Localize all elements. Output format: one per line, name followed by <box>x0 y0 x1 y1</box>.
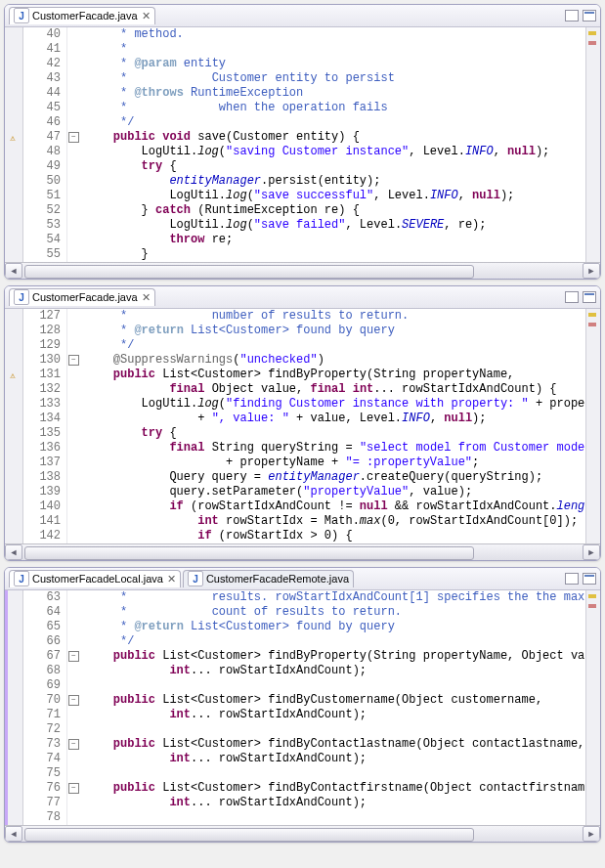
code-line[interactable]: + ", value: " + value, Level.INFO, null)… <box>85 412 585 426</box>
code-line[interactable]: public List<Customer> findByProperty(Str… <box>85 368 585 382</box>
scroll-track[interactable] <box>22 545 583 559</box>
code-line[interactable]: final Object value, final int... rowStar… <box>85 382 585 397</box>
code-line[interactable]: * method. <box>85 27 585 42</box>
code-line[interactable]: LogUtil.log("save successful", Level.INF… <box>85 189 585 203</box>
code-line[interactable]: public List<Customer> findByProperty(Str… <box>85 649 585 664</box>
code-line[interactable]: + propertyName + "= :propertyValue"; <box>85 456 585 470</box>
fold-toggle-icon[interactable]: − <box>68 355 79 366</box>
code-line[interactable]: query.setParameter("propertyValue", valu… <box>85 485 585 499</box>
fold-toggle-icon[interactable]: − <box>68 132 79 143</box>
maximize-button[interactable] <box>583 10 596 22</box>
code-line[interactable]: * results. rowStartIdxAndCount[1] specif… <box>85 590 585 605</box>
scroll-left-icon[interactable]: ◄ <box>5 826 22 842</box>
code-line[interactable]: * number of results to return. <box>85 309 585 324</box>
close-icon[interactable]: ✕ <box>142 291 151 304</box>
code-line[interactable]: * @return List<Customer> found by query <box>85 324 585 338</box>
code-line[interactable]: LogUtil.log("save failed", Level.SEVERE,… <box>85 218 585 233</box>
code-body[interactable]: * results. rowStartIdxAndCount[1] specif… <box>79 590 585 825</box>
overview-ruler[interactable] <box>585 309 600 543</box>
minimize-button[interactable] <box>565 291 579 303</box>
code-line[interactable] <box>85 810 585 825</box>
editor-pane-2: JCustomerFacadeLocal.java✕JCustomerFacad… <box>4 567 601 843</box>
scroll-left-icon[interactable]: ◄ <box>5 263 22 279</box>
close-icon[interactable]: ✕ <box>142 10 151 22</box>
horizontal-scrollbar[interactable]: ◄► <box>5 825 600 842</box>
minimize-button[interactable] <box>565 573 579 585</box>
scroll-thumb[interactable] <box>24 546 474 560</box>
overview-marker[interactable] <box>588 323 596 326</box>
code-body[interactable]: * method. * * @param entity * Customer e… <box>79 27 585 262</box>
overview-marker[interactable] <box>588 594 596 598</box>
editor-tab[interactable]: JCustomerFacadeRemote.java <box>183 570 354 587</box>
code-line[interactable]: if (rowStartIdxAndCount != null && rowSt… <box>85 499 585 514</box>
overview-ruler[interactable] <box>585 590 600 825</box>
code-line[interactable] <box>85 678 585 693</box>
close-icon[interactable]: ✕ <box>167 573 176 586</box>
warning-icon[interactable]: ⚠ <box>7 369 19 379</box>
code-line[interactable]: public List<Customer> findByCustomername… <box>85 693 585 708</box>
editor-tab[interactable]: JCustomerFacade.java✕ <box>9 288 155 306</box>
code-line[interactable]: int... rowStartIdxAndCount); <box>85 796 585 810</box>
scroll-thumb[interactable] <box>24 828 474 842</box>
code-line[interactable]: @SuppressWarnings("unchecked") <box>85 353 585 368</box>
code-line[interactable]: * @param entity <box>85 57 585 71</box>
code-line[interactable]: * <box>85 42 585 57</box>
maximize-button[interactable] <box>583 573 596 585</box>
scroll-right-icon[interactable]: ► <box>583 263 600 279</box>
code-line[interactable]: try { <box>85 159 585 174</box>
code-line[interactable]: public List<Customer> findByContactfirst… <box>85 781 585 796</box>
code-line[interactable] <box>85 766 585 781</box>
code-line[interactable]: * Customer entity to persist <box>85 71 585 86</box>
fold-toggle-icon[interactable]: − <box>68 783 79 794</box>
fold-toggle-icon[interactable]: − <box>68 739 79 750</box>
overview-ruler[interactable] <box>585 27 600 262</box>
maximize-button[interactable] <box>583 291 596 303</box>
warning-icon[interactable]: ⚠ <box>7 132 19 142</box>
scroll-track[interactable] <box>22 827 583 841</box>
code-line[interactable]: } catch (RuntimeException re) { <box>85 203 585 218</box>
code-line[interactable]: * count of results to return. <box>85 605 585 620</box>
overview-marker[interactable] <box>588 313 596 317</box>
code-line[interactable]: LogUtil.log("finding Customer instance w… <box>85 397 585 412</box>
code-line[interactable]: */ <box>85 115 585 130</box>
code-line[interactable]: try { <box>85 426 585 441</box>
editor-tab[interactable]: JCustomerFacade.java✕ <box>9 7 155 24</box>
code-line[interactable]: * when the operation fails <box>85 101 585 115</box>
code-line[interactable]: int rowStartIdx = Math.max(0, rowStartId… <box>85 514 585 529</box>
scroll-left-icon[interactable]: ◄ <box>5 544 22 560</box>
code-line[interactable]: final String queryString = "select model… <box>85 441 585 456</box>
code-line[interactable]: Query query = entityManager.createQuery(… <box>85 470 585 485</box>
horizontal-scrollbar[interactable]: ◄► <box>5 262 600 279</box>
code-line[interactable]: if (rowStartIdx > 0) { <box>85 529 585 543</box>
code-line[interactable]: throw re; <box>85 233 585 247</box>
scroll-track[interactable] <box>22 264 583 278</box>
scroll-thumb[interactable] <box>24 265 474 279</box>
code-line[interactable]: } <box>85 247 585 262</box>
code-line[interactable]: */ <box>85 338 585 353</box>
code-line[interactable]: int... rowStartIdxAndCount); <box>85 708 585 722</box>
scroll-right-icon[interactable]: ► <box>583 544 600 560</box>
code-line[interactable]: entityManager.persist(entity); <box>85 174 585 189</box>
code-body[interactable]: * number of results to return. * @return… <box>79 309 585 543</box>
code-line[interactable]: int... rowStartIdxAndCount); <box>85 752 585 766</box>
minimize-button[interactable] <box>565 10 579 22</box>
code-line[interactable]: */ <box>85 634 585 649</box>
code-line[interactable]: int... rowStartIdxAndCount); <box>85 664 585 678</box>
code-line[interactable]: public void save(Customer entity) { <box>85 130 585 145</box>
horizontal-scrollbar[interactable]: ◄► <box>5 543 600 560</box>
code-area[interactable]: ⚠40414243444546474849505152535455− * met… <box>5 27 600 262</box>
editor-tab[interactable]: JCustomerFacadeLocal.java✕ <box>9 570 181 587</box>
overview-marker[interactable] <box>588 31 596 35</box>
overview-marker[interactable] <box>588 41 596 45</box>
code-line[interactable]: * @throws RuntimeException <box>85 86 585 101</box>
code-area[interactable]: 63646566676869707172737475767778−−−− * r… <box>5 590 600 825</box>
overview-marker[interactable] <box>588 604 596 608</box>
code-line[interactable]: public List<Customer> findByContactlastn… <box>85 737 585 752</box>
fold-toggle-icon[interactable]: − <box>68 651 79 662</box>
code-line[interactable] <box>85 722 585 737</box>
scroll-right-icon[interactable]: ► <box>583 826 600 842</box>
code-line[interactable]: LogUtil.log("saving Customer instance", … <box>85 145 585 159</box>
code-area[interactable]: ⚠127128129130131132133134135136137138139… <box>5 309 600 543</box>
code-line[interactable]: * @return List<Customer> found by query <box>85 620 585 634</box>
fold-toggle-icon[interactable]: − <box>68 695 79 706</box>
